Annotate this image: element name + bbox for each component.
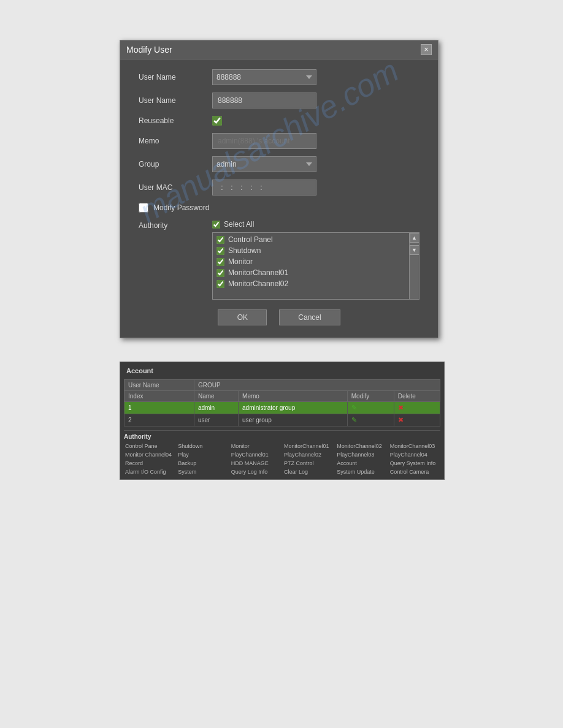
authority-section-title: Authority (124, 433, 440, 440)
authority-section: Authority Control Pane Shutdown Monitor … (124, 430, 440, 476)
user-mac-input[interactable] (212, 180, 316, 195)
select-all-row: Select All (212, 220, 419, 229)
row-name: user (194, 414, 238, 427)
user-mac-label: User MAC (139, 183, 212, 192)
authority-grid-item: Account (335, 460, 387, 467)
authority-panel: Select All Control Panel Shutdown (212, 220, 419, 300)
authority-grid-item: Alarm I/O Config (124, 468, 175, 476)
authority-item-monitor-ch01: MonitorChannel01 (216, 268, 405, 277)
username-input[interactable] (212, 93, 316, 108)
edit-icon[interactable]: ✎ (351, 404, 357, 411)
authority-item-monitor-ch02: MonitorChannel02 (216, 279, 405, 288)
col-memo: Memo (239, 391, 348, 402)
row-memo: user group (239, 414, 348, 427)
table-row: 2 user user group ✎ ✖ (124, 414, 440, 427)
authority-grid-item: Control Camera (389, 468, 440, 476)
authority-grid-item: System Update (335, 468, 387, 476)
delete-icon[interactable]: ✖ (398, 404, 404, 411)
select-all-checkbox[interactable] (212, 221, 220, 229)
group-label: Group (139, 160, 212, 169)
group-dropdown[interactable]: admin (212, 156, 316, 172)
authority-grid-item: Record (124, 460, 175, 467)
ok-button[interactable]: OK (218, 309, 267, 325)
authority-item-monitor: Monitor (216, 257, 405, 266)
modify-password-row: Modify Password (139, 203, 419, 213)
authority-scrollbar: ▲ ▼ (409, 233, 419, 299)
authority-grid-item: Backup (177, 460, 228, 467)
cancel-button[interactable]: Cancel (279, 309, 340, 325)
authority-checkbox-control-panel[interactable] (216, 236, 224, 244)
memo-label: Memo (139, 137, 212, 145)
row-modify[interactable]: ✎ (347, 402, 394, 414)
authority-grid-item: PTZ Control (283, 460, 334, 467)
delete-icon[interactable]: ✖ (398, 416, 404, 423)
scroll-up-button[interactable]: ▲ (410, 233, 419, 243)
authority-grid-item: Control Pane (124, 442, 175, 450)
edit-icon[interactable]: ✎ (351, 416, 357, 423)
authority-grid-item: Play (177, 451, 228, 458)
authority-grid-item: System (177, 468, 228, 476)
authority-label: Authority (139, 220, 212, 230)
authority-grid-item: PlayChannel03 (335, 451, 387, 458)
authority-label-monitor-ch02: MonitorChannel02 (228, 279, 288, 288)
col-group: GROUP (194, 380, 440, 391)
memo-input[interactable] (212, 133, 316, 149)
account-panel: Account User Name GROUP Index Name Memo … (120, 362, 445, 480)
row-delete[interactable]: ✖ (394, 414, 440, 427)
username-input-label: User Name (139, 96, 212, 105)
table-row: 1 admin administrator group ✎ ✖ (124, 402, 440, 414)
username-dropdown[interactable]: 888888 (212, 69, 316, 85)
authority-grid-item: PlayChannel01 (230, 451, 282, 458)
col-name: Name (194, 391, 238, 402)
authority-item-shutdown: Shutdown (216, 246, 405, 255)
reuseable-label: Reuseable (139, 116, 212, 125)
col-delete: Delete (394, 391, 440, 402)
row-index: 1 (124, 402, 194, 414)
reuseable-row: Reuseable (139, 116, 419, 126)
account-table: User Name GROUP Index Name Memo Modify D… (124, 379, 440, 427)
row-delete[interactable]: ✖ (394, 402, 440, 414)
authority-grid-item: Shutdown (177, 442, 228, 450)
col-user-name: User Name (124, 380, 194, 391)
row-modify[interactable]: ✎ (347, 414, 394, 427)
authority-checkbox-monitor-ch02[interactable] (216, 280, 224, 288)
authority-grid-item: MonitorChannel03 (389, 442, 440, 450)
dialog-title: Modify User (126, 45, 172, 55)
modify-password-checkbox[interactable] (139, 203, 148, 213)
close-button[interactable]: × (421, 44, 432, 55)
group-row: Group admin (139, 156, 419, 172)
authority-item-control-panel: Control Panel (216, 235, 405, 244)
username-dropdown-label: User Name (139, 73, 212, 82)
authority-label-control-panel: Control Panel (228, 235, 273, 244)
authority-label-monitor-ch01: MonitorChannel01 (228, 268, 288, 277)
dialog-body: User Name 888888 User Name Reuseable Mem… (120, 59, 438, 338)
dialog-buttons: OK Cancel (139, 309, 419, 325)
authority-grid-item: Monitor Channel04 (124, 451, 175, 458)
account-panel-title: Account (124, 366, 440, 376)
scroll-down-button[interactable]: ▼ (410, 245, 419, 255)
authority-grid-item: PlayChannel02 (283, 451, 334, 458)
user-mac-row: User MAC (139, 180, 419, 195)
authority-checkbox-shutdown[interactable] (216, 247, 224, 255)
authority-row: Authority Select All Control Panel Sh (139, 220, 419, 300)
authority-grid-item: Query Log Info (230, 468, 282, 476)
authority-grid-item: Query System Info (389, 460, 440, 467)
authority-grid: Control Pane Shutdown Monitor MonitorCha… (124, 442, 440, 476)
authority-listbox: Control Panel Shutdown Monitor Moni (212, 232, 419, 300)
authority-grid-item: Monitor (230, 442, 282, 450)
authority-label-monitor: Monitor (228, 257, 253, 266)
authority-grid-item: MonitorChannel01 (283, 442, 334, 450)
authority-checkbox-monitor[interactable] (216, 258, 224, 266)
row-index: 2 (124, 414, 194, 427)
reuseable-checkbox[interactable] (212, 116, 222, 126)
authority-grid-item: MonitorChannel02 (335, 442, 387, 450)
modify-user-dialog: Modify User × User Name 888888 User Name… (120, 40, 439, 338)
authority-checkbox-monitor-ch01[interactable] (216, 269, 224, 277)
select-all-label: Select All (224, 220, 254, 229)
authority-grid-item: PlayChannel04 (389, 451, 440, 458)
authority-list: Control Panel Shutdown Monitor Moni (213, 233, 409, 299)
authority-grid-item: HDD MANAGE (230, 460, 282, 467)
username-dropdown-row: User Name 888888 (139, 69, 419, 85)
row-name: admin (194, 402, 238, 414)
modify-password-label: Modify Password (153, 203, 209, 212)
